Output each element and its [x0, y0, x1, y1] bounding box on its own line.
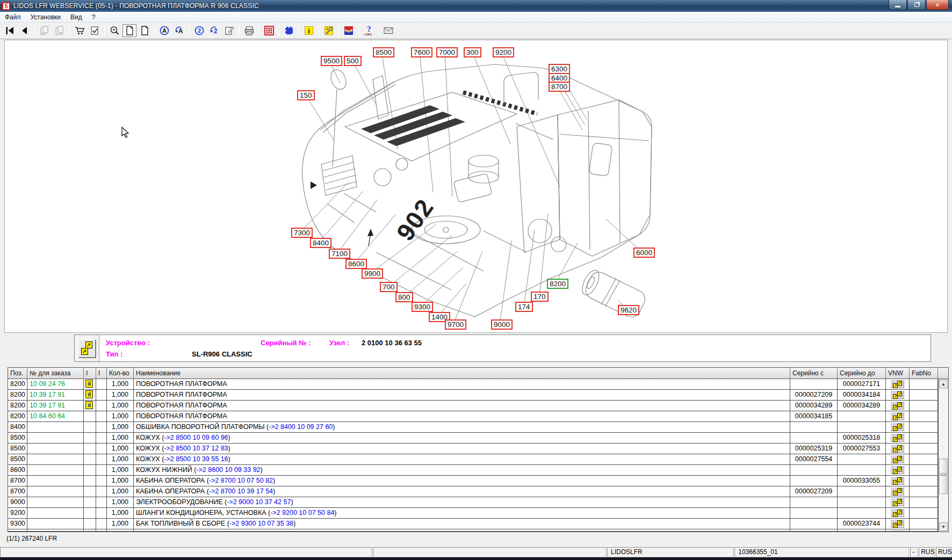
table-row[interactable]: 820010 39 17 91ıi1,000ПОВОРОТНАЯ ПЛАТФОР… [8, 390, 948, 401]
menu-item-1[interactable]: Файл [0, 12, 26, 22]
part-link[interactable]: ->2 8500 10 39 55 16 [164, 455, 228, 463]
column-header-2[interactable]: № для заказа [27, 368, 84, 379]
menu-item-3[interactable]: Вид [66, 12, 87, 22]
pixel-view-icon[interactable] [282, 24, 296, 37]
vnw-icon[interactable]: ↗↗ [890, 380, 904, 388]
table-row[interactable]: 92001,000ШЛАНГИ КОНДИЦИОНЕРА, УСТАНОВКА … [8, 508, 948, 519]
table-scrollbar[interactable]: ▲ ▼ [938, 379, 948, 532]
callout-170[interactable]: 170 [531, 292, 549, 302]
part-link[interactable]: ->2 8700 10 39 17 54 [209, 488, 273, 495]
callout-9300[interactable]: 9300 [412, 302, 433, 312]
callout-8700[interactable]: 8700 [549, 82, 570, 92]
callout-9000[interactable]: 9000 [491, 319, 513, 330]
callout-9620[interactable]: 9620 [618, 305, 639, 315]
print-icon[interactable] [242, 24, 256, 37]
column-header-9[interactable]: VNW [886, 368, 910, 379]
vnw-icon[interactable]: ↗↗ [890, 444, 904, 453]
callout-7600[interactable]: 7600 [411, 47, 432, 57]
part-link[interactable]: ->2 8700 10 07 50 82 [209, 477, 273, 484]
table-row[interactable]: 820010 09 24 76ıi1,000ПОВОРОТНАЯ ПЛАТФОР… [8, 379, 948, 390]
table-row[interactable]: 85001,000КОЖУХ (->2 8500 10 09 60 96)000… [8, 433, 948, 443]
service-info-icon[interactable]: i [322, 24, 336, 37]
close-button[interactable]: ✕ [926, 0, 949, 10]
column-header-10[interactable]: FabNo [910, 368, 938, 379]
table-row[interactable]: 86001,000КОЖУХ НИЖНИЙ (->2 8600 10 09 33… [8, 465, 948, 476]
part-link[interactable]: ->2 8500 10 37 12 83 [164, 445, 228, 452]
callout-6000[interactable]: 6000 [633, 248, 655, 258]
info-icon[interactable]: ıi [85, 401, 93, 409]
rotate-number-2-icon[interactable]: 2 [207, 24, 221, 37]
callout-7000[interactable]: 7000 [436, 47, 458, 57]
part-link[interactable]: ->2 8500 10 09 60 96 [164, 434, 228, 441]
table-row[interactable]: 87001,000КАБИНА ОПЕРАТОРА (->2 8700 10 0… [8, 476, 948, 486]
vnw-icon[interactable]: ↗↗ [890, 401, 904, 410]
vnw-icon[interactable]: ↗↗ [890, 508, 904, 517]
previous-record-icon[interactable] [18, 24, 32, 37]
callout-700[interactable]: 700 [380, 282, 398, 292]
callout-8200[interactable]: 8200 [547, 279, 568, 289]
vnw-icon[interactable]: ↗↗ [890, 390, 904, 399]
vnw-icon[interactable]: ↗↗ [890, 498, 904, 506]
callout-8400[interactable]: 8400 [310, 238, 331, 248]
scroll-thumb[interactable] [939, 459, 948, 494]
callout-150[interactable]: 150 [297, 90, 315, 100]
lidos-help-icon[interactable]: ?LID S [362, 24, 376, 37]
vnw-icon[interactable]: ↗↗ [890, 519, 904, 528]
vnw-icon[interactable]: ↗↗ [890, 466, 904, 474]
table-row[interactable]: 84001,000ОБШИВКА ПОВОРОТНОЙ ПЛАТФОРМЫ (-… [8, 422, 948, 433]
vnw-icon[interactable]: ↗↗ [890, 412, 904, 420]
column-header-5[interactable]: Кол-во [107, 368, 134, 379]
vnw-icon[interactable]: ↗↗ [890, 455, 904, 463]
part-link[interactable]: ->2 8600 10 09 33 92 [196, 466, 260, 474]
mail-icon[interactable] [381, 24, 395, 37]
open-node-button[interactable]: ↗ ↗ [78, 339, 96, 358]
callout-300[interactable]: 300 [464, 47, 481, 57]
callout-500[interactable]: 500 [344, 56, 362, 66]
callout-9500[interactable]: 9500 [321, 56, 342, 66]
table-row[interactable]: 93001,000БАК ТОПЛИВНЫЙ В СБОРЕ (->2 9300… [8, 519, 948, 529]
menu-item-4[interactable]: ? [87, 12, 100, 22]
first-record-icon[interactable] [3, 24, 17, 37]
callout-8500[interactable]: 8500 [373, 47, 394, 57]
table-row[interactable]: 85001,000КОЖУХ (->2 8500 10 37 12 83)000… [8, 443, 948, 454]
restore-button[interactable] [907, 0, 926, 10]
callout-7300[interactable]: 7300 [291, 228, 313, 238]
table-row[interactable]: 820010 39 17 91ıi1,000ПОВОРОТНАЯ ПЛАТФОР… [8, 401, 948, 411]
fit-number-2-icon[interactable]: 2 [192, 24, 206, 37]
table-row[interactable]: 90001,000ЭЛЕКТРООБОРУДОВАНИЕ (->2 9000 1… [8, 497, 948, 508]
order-list-icon[interactable] [88, 24, 102, 37]
callout-8600[interactable]: 8600 [345, 259, 367, 269]
column-header-4[interactable]: I [96, 368, 107, 379]
zoom-icon[interactable] [107, 24, 121, 37]
menu-item-2[interactable]: Установки [26, 12, 66, 22]
shopping-cart-icon[interactable] [73, 24, 86, 37]
table-row[interactable]: 87001,000КАБИНА ОПЕРАТОРА (->2 8700 10 3… [8, 486, 948, 497]
partner-icon[interactable] [342, 24, 356, 37]
new-page-view-icon[interactable] [138, 24, 152, 37]
rotate-letter-a-icon[interactable]: A [172, 24, 186, 37]
fit-letter-a-icon[interactable]: A [157, 24, 171, 37]
scroll-up-button[interactable]: ▲ [939, 380, 948, 388]
column-header-6[interactable]: Наименование [134, 368, 790, 379]
callout-9900[interactable]: 9900 [362, 268, 383, 279]
vnw-icon[interactable]: ↗↗ [890, 423, 904, 431]
vnw-icon[interactable]: ↗↗ [890, 476, 904, 485]
table-row[interactable]: 820010 84 60 641,000ПОВОРОТНАЯ ПЛАТФОРМА… [8, 411, 948, 422]
vnw-icon[interactable]: ↗↗ [890, 487, 904, 496]
vnw-icon[interactable]: ↗↗ [890, 530, 904, 531]
callout-800[interactable]: 800 [395, 292, 413, 302]
table-row[interactable]: 85001,000КОЖУХ (->2 8500 10 39 55 16)000… [8, 454, 948, 465]
single-page-view-icon[interactable] [122, 24, 136, 37]
callout-9700[interactable]: 9700 [445, 319, 466, 330]
column-header-7[interactable]: Серийно с [790, 368, 838, 379]
column-header-8[interactable]: Серийно до [838, 368, 886, 379]
part-link[interactable]: ->2 9000 10 37 42 57 [227, 498, 291, 506]
table-row[interactable]: ↗↗ [8, 529, 948, 532]
part-info-icon[interactable]: i [302, 24, 316, 37]
info-icon[interactable]: ıi [85, 390, 93, 398]
callout-174[interactable]: 174 [515, 302, 533, 312]
parts-grid-icon[interactable] [262, 24, 276, 37]
callout-7100[interactable]: 7100 [329, 249, 350, 259]
part-link[interactable]: ->2 9300 10 07 35 38 [229, 520, 293, 527]
vnw-icon[interactable]: ↗↗ [890, 433, 904, 442]
